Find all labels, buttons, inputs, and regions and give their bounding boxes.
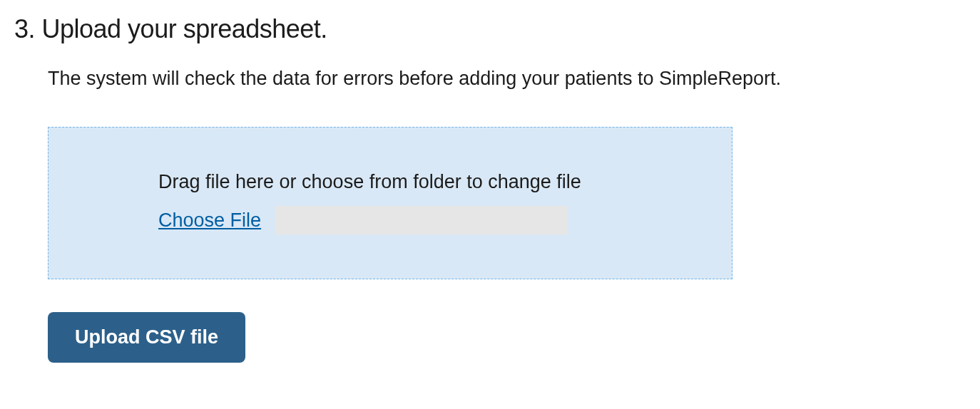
upload-csv-button[interactable]: Upload CSV file xyxy=(48,312,245,363)
step-content: The system will check the data for error… xyxy=(14,66,966,363)
selected-file-display xyxy=(275,206,568,234)
dropzone-label: Drag file here or choose from folder to … xyxy=(158,171,622,193)
step-heading: 3. Upload your spreadsheet. xyxy=(14,14,966,44)
instruction-text: The system will check the data for error… xyxy=(48,66,966,93)
choose-file-link[interactable]: Choose File xyxy=(158,209,261,232)
choose-file-row: Choose File xyxy=(158,206,622,234)
file-dropzone[interactable]: Drag file here or choose from folder to … xyxy=(48,127,733,279)
